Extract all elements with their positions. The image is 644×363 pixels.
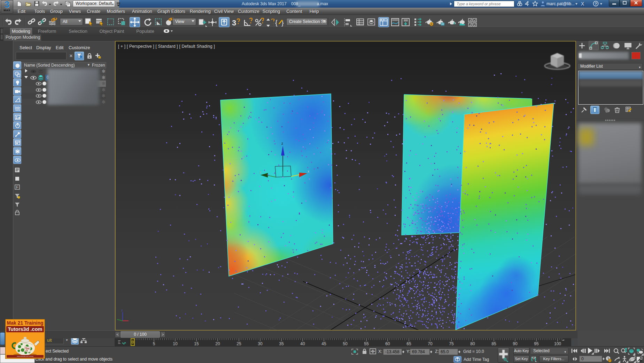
svg-text:?: ?: [595, 2, 597, 6]
svg-text:F: F: [16, 185, 18, 189]
svg-text:x: x: [308, 169, 309, 173]
svg-text:z: z: [121, 309, 123, 312]
svg-text:y: y: [259, 170, 261, 174]
svg-text:{: {: [275, 19, 278, 27]
svg-text:3: 3: [232, 18, 236, 27]
svg-text:z: z: [281, 142, 283, 145]
